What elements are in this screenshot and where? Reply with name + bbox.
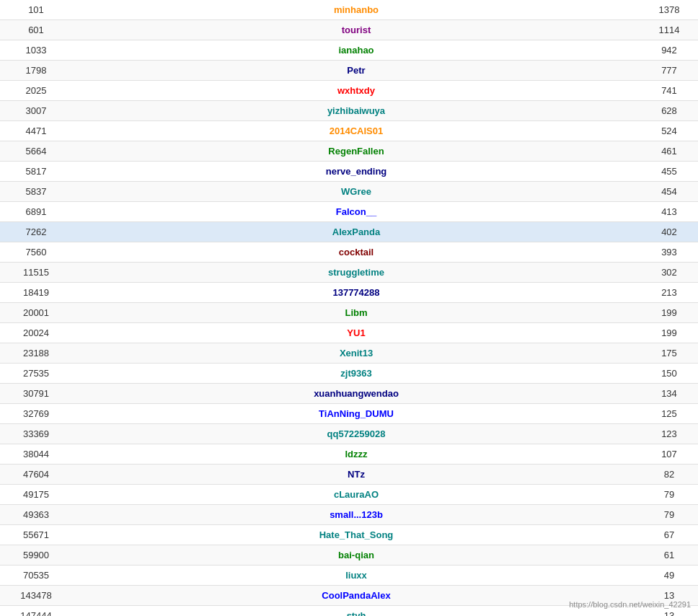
table-row: 55671Hate_That_Song67 — [0, 525, 698, 545]
table-row: 33369qq572259028123 — [0, 424, 698, 444]
rank-cell: 27535 — [0, 364, 72, 384]
rank-cell: 33369 — [0, 424, 72, 444]
table-row: 601tourist1114 — [0, 20, 698, 40]
username-cell: cLauraAO — [72, 485, 640, 505]
username-cell: xuanhuangwendao — [72, 384, 640, 404]
score-cell: 125 — [640, 404, 698, 424]
rank-cell: 38044 — [0, 444, 72, 465]
rank-cell: 23188 — [0, 343, 72, 364]
rank-cell: 6891 — [0, 202, 72, 222]
table-row: 30791xuanhuangwendao134 — [0, 384, 698, 404]
table-row: 49175cLauraAO79 — [0, 485, 698, 505]
score-cell: 175 — [640, 343, 698, 364]
table-row: 11515struggletime302 — [0, 263, 698, 283]
rank-cell: 11515 — [0, 263, 72, 283]
rank-cell: 1798 — [0, 61, 72, 81]
rank-cell: 18419 — [0, 283, 72, 303]
username-cell: TiAnNing_DUMU — [72, 404, 640, 424]
score-cell: 199 — [640, 303, 698, 323]
score-cell: 123 — [640, 424, 698, 444]
username-cell: small...123b — [72, 505, 640, 525]
rank-cell: 5817 — [0, 162, 72, 182]
rank-cell: 2025 — [0, 81, 72, 101]
table-row: 49363small...123b79 — [0, 505, 698, 525]
rank-cell: 101 — [0, 0, 72, 20]
rank-cell: 147444 — [0, 606, 72, 617]
table-row: 2025wxhtxdy741 — [0, 81, 698, 101]
score-cell: 628 — [640, 101, 698, 121]
username-cell: liuxx — [72, 566, 640, 586]
watermark: https://blog.csdn.net/weixin_42291 — [569, 600, 691, 609]
score-cell: 199 — [640, 323, 698, 343]
score-cell: 461 — [640, 141, 698, 162]
table-row: 7262AlexPanda402 — [0, 222, 698, 242]
table-row: 23188Xenit13175 — [0, 343, 698, 364]
table-row: 59900bai-qian61 — [0, 545, 698, 566]
score-cell: 1378 — [640, 0, 698, 20]
username-cell: yizhibaiwuya — [72, 101, 640, 121]
table-row: 20024YU1199 — [0, 323, 698, 343]
table-row: 1798Petr777 — [0, 61, 698, 81]
rank-cell: 143478 — [0, 586, 72, 606]
username-cell: ianahao — [72, 40, 640, 61]
username-cell: Hate_That_Song — [72, 525, 640, 545]
rank-cell: 49363 — [0, 505, 72, 525]
username-cell: cocktail — [72, 242, 640, 263]
table-row: 47604NTz82 — [0, 465, 698, 485]
rank-cell: 47604 — [0, 465, 72, 485]
table-row: 44712014CAIS01524 — [0, 121, 698, 141]
username-cell: 137774288 — [72, 283, 640, 303]
score-cell: 777 — [640, 61, 698, 81]
leaderboard-table: 101minhanbo1378601tourist11141033ianahao… — [0, 0, 698, 616]
score-cell: 107 — [640, 444, 698, 465]
username-cell: Petr — [72, 61, 640, 81]
score-cell: 79 — [640, 485, 698, 505]
username-cell: styh — [72, 606, 640, 617]
rank-cell: 20001 — [0, 303, 72, 323]
username-cell: Falcon__ — [72, 202, 640, 222]
score-cell: 454 — [640, 182, 698, 202]
score-cell: 302 — [640, 263, 698, 283]
table-row: 20001Libm199 — [0, 303, 698, 323]
username-cell: Libm — [72, 303, 640, 323]
score-cell: 82 — [640, 465, 698, 485]
username-cell: YU1 — [72, 323, 640, 343]
table-row: 5837WGree454 — [0, 182, 698, 202]
score-cell: 61 — [640, 545, 698, 566]
username-cell: Xenit13 — [72, 343, 640, 364]
username-cell: zjt9363 — [72, 364, 640, 384]
username-cell: RegenFallen — [72, 141, 640, 162]
username-cell: qq572259028 — [72, 424, 640, 444]
rank-cell: 5837 — [0, 182, 72, 202]
score-cell: 524 — [640, 121, 698, 141]
rank-cell: 20024 — [0, 323, 72, 343]
score-cell: 134 — [640, 384, 698, 404]
rank-cell: 55671 — [0, 525, 72, 545]
table-row: 5664RegenFallen461 — [0, 141, 698, 162]
username-cell: tourist — [72, 20, 640, 40]
rank-cell: 5664 — [0, 141, 72, 162]
username-cell: nerve_ending — [72, 162, 640, 182]
rank-cell: 3007 — [0, 101, 72, 121]
table-row: 3007yizhibaiwuya628 — [0, 101, 698, 121]
table-row: 38044ldzzz107 — [0, 444, 698, 465]
table-row: 18419137774288213 — [0, 283, 698, 303]
score-cell: 1114 — [640, 20, 698, 40]
score-cell: 402 — [640, 222, 698, 242]
score-cell: 942 — [640, 40, 698, 61]
rank-cell: 32769 — [0, 404, 72, 424]
table-row: 70535liuxx49 — [0, 566, 698, 586]
username-cell: AlexPanda — [72, 222, 640, 242]
username-cell: CoolPandaAlex — [72, 586, 640, 606]
rank-cell: 59900 — [0, 545, 72, 566]
score-cell: 49 — [640, 566, 698, 586]
username-cell: struggletime — [72, 263, 640, 283]
username-cell: minhanbo — [72, 0, 640, 20]
rank-cell: 7560 — [0, 242, 72, 263]
rank-cell: 7262 — [0, 222, 72, 242]
rank-cell: 30791 — [0, 384, 72, 404]
rank-cell: 70535 — [0, 566, 72, 586]
table-row: 5817nerve_ending455 — [0, 162, 698, 182]
table-row: 32769TiAnNing_DUMU125 — [0, 404, 698, 424]
table-row: 6891Falcon__413 — [0, 202, 698, 222]
